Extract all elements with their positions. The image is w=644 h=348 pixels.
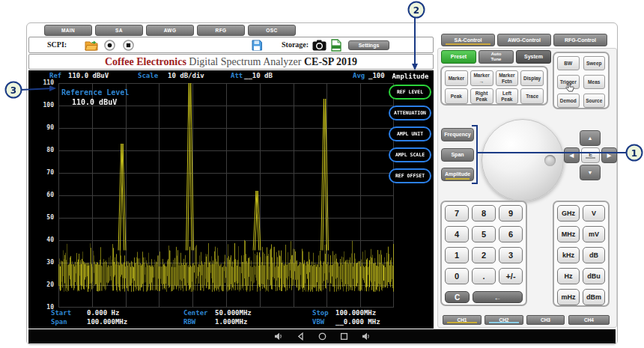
key-3[interactable]: 3 — [499, 247, 523, 263]
numeric-keypad: 7 8 9 4 5 6 1 2 3 0 . +/- C ← — [440, 201, 527, 306]
enter-button[interactable]: E — [581, 147, 600, 163]
rbw-label: RBW — [183, 318, 195, 326]
auto-tune-button[interactable]: Auto Tune — [479, 50, 514, 64]
vbw-value: __0.000 MHz — [335, 318, 380, 326]
frequency-button[interactable]: Frequency — [441, 128, 474, 141]
nav-volume-down-button[interactable] — [274, 332, 283, 341]
key-6[interactable]: 6 — [499, 226, 523, 242]
nav-back-button[interactable] — [297, 332, 305, 341]
y-tick: 40 — [34, 236, 54, 243]
open-file-icon[interactable] — [85, 40, 98, 51]
left-peak-button[interactable]: Left Peak — [496, 88, 519, 104]
vbw-label: VBW — [312, 318, 324, 326]
csv-export-button[interactable] — [331, 39, 341, 52]
unit-dbm[interactable]: dBm — [583, 289, 605, 305]
active-tab-underline — [446, 43, 490, 45]
mouse-cursor-icon — [565, 82, 574, 93]
save-icon[interactable] — [252, 40, 262, 51]
key-decimal[interactable]: . — [472, 268, 496, 284]
camera-button[interactable] — [312, 40, 326, 51]
tab-main[interactable]: MAIN — [44, 25, 92, 36]
key-4[interactable]: 4 — [445, 226, 469, 242]
sweep-button[interactable]: Sweep — [583, 56, 606, 70]
trace-button[interactable]: Trace — [520, 88, 544, 104]
channel-ch1-button[interactable]: CH1 — [443, 315, 482, 325]
nav-home-button[interactable] — [318, 332, 326, 341]
unit-mhz[interactable]: MHz — [557, 226, 580, 242]
key-2[interactable]: 2 — [472, 247, 496, 263]
tab-rfg[interactable]: RFG — [197, 25, 245, 36]
marker-arrow-button[interactable]: Marker → — [470, 70, 493, 86]
tab-rfg-control[interactable]: RFG-Control — [553, 34, 607, 46]
unit-dbu[interactable]: dBu — [583, 268, 605, 284]
y-tick: 110 — [34, 79, 54, 86]
tab-sa-control[interactable]: SA-Control — [441, 34, 495, 46]
softkey-menu-title: Amplitude — [386, 70, 434, 80]
meas-button[interactable]: Meas — [583, 75, 606, 89]
dpad-down-button[interactable]: ▼ — [580, 165, 601, 180]
nav-recents-button[interactable] — [340, 332, 348, 341]
tab-label: RFG-Control — [565, 37, 596, 43]
key-7[interactable]: 7 — [445, 205, 469, 222]
amplitude-button[interactable]: Amplitude — [441, 168, 474, 181]
y-tick: 90 — [34, 124, 54, 131]
right-peak-button[interactable]: Right Peak — [470, 88, 493, 104]
key-8[interactable]: 8 — [472, 205, 496, 222]
rbw-value: 1.000MHz — [215, 318, 247, 326]
span-button[interactable]: Span — [441, 148, 474, 162]
system-button[interactable]: System — [516, 50, 551, 64]
softkey-attenuation[interactable]: ATTENUATION — [389, 106, 431, 120]
preset-button[interactable]: Preset — [441, 50, 476, 64]
marker-fctn-button[interactable]: Marker Fctn — [496, 70, 519, 86]
softkey-ref-level[interactable]: REF LEVEL — [389, 85, 431, 100]
record-button[interactable] — [104, 40, 115, 51]
key-9[interactable]: 9 — [499, 205, 523, 222]
product-name: Digital Spectrum Analyzer — [189, 56, 301, 67]
dpad-right-button[interactable]: ▶ — [601, 147, 617, 163]
softkey-ref-offset[interactable]: REF OFFSET — [389, 168, 431, 183]
unit-mv[interactable]: mV — [583, 226, 605, 242]
tab-label: AWG-Control — [508, 37, 541, 43]
display-button[interactable]: Display — [520, 70, 544, 86]
peak-button[interactable]: Peak — [445, 88, 468, 104]
callout-2-number: 2 — [413, 5, 419, 16]
unit-db[interactable]: dB — [583, 247, 605, 263]
storage-label: Storage: — [282, 40, 309, 49]
clear-key[interactable]: C — [445, 291, 470, 303]
settings-button[interactable]: Settings — [348, 40, 389, 50]
backspace-key[interactable]: ← — [473, 291, 523, 303]
softkey-ampl-scale[interactable]: AMPL SCALE — [389, 147, 431, 162]
control-tab-bar: SA-Control AWG-Control RFG-Control — [441, 34, 607, 46]
tab-osc[interactable]: OSC — [248, 25, 296, 36]
ref-value: 110.0 dBuV — [68, 72, 109, 79]
dpad-left-button[interactable]: ◀ — [564, 147, 580, 163]
spectrum-plot[interactable] — [58, 83, 394, 308]
bw-button[interactable]: BW — [557, 56, 580, 70]
dpad-up-button[interactable]: ▲ — [580, 130, 601, 146]
y-tick: 30 — [34, 259, 54, 266]
softkey-ampl-unit[interactable]: AMPL UNIT — [389, 126, 431, 141]
tab-awg[interactable]: AWG — [146, 25, 194, 36]
stop-button[interactable] — [123, 40, 134, 51]
unit-v[interactable]: V — [583, 205, 605, 222]
marker-button[interactable]: Marker — [445, 70, 468, 86]
tab-awg-control[interactable]: AWG-Control — [497, 34, 551, 46]
nav-volume-up-button[interactable] — [362, 332, 371, 341]
unit-hz[interactable]: Hz — [557, 268, 580, 284]
button-label: Frequency — [444, 132, 470, 138]
unit-mhz-milli[interactable]: mHz — [557, 289, 580, 305]
key-1[interactable]: 1 — [445, 247, 469, 263]
key-plus-minus[interactable]: +/- — [499, 268, 523, 284]
channel-ch4-button[interactable]: CH4 — [568, 315, 610, 325]
tab-sa[interactable]: SA — [95, 25, 143, 36]
channel-ch2-button[interactable]: CH2 — [484, 315, 523, 325]
stop-label: Stop — [312, 309, 329, 317]
channel-ch3-button[interactable]: CH3 — [526, 315, 565, 325]
key-5[interactable]: 5 — [472, 226, 496, 242]
unit-khz[interactable]: kHz — [557, 247, 580, 263]
source-button[interactable]: Source — [583, 94, 606, 108]
unit-ghz[interactable]: GHz — [557, 205, 580, 222]
model-name: CE-SP 2019 — [304, 56, 357, 67]
key-0[interactable]: 0 — [445, 268, 469, 284]
demod-button[interactable]: Demod — [557, 94, 580, 108]
